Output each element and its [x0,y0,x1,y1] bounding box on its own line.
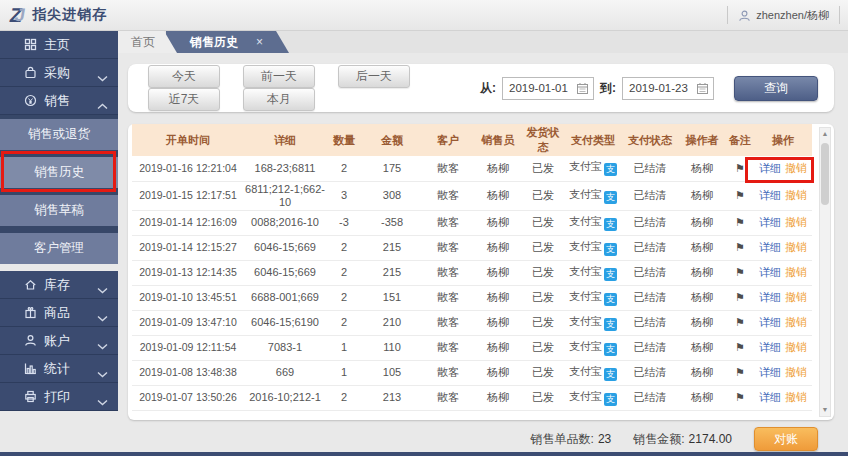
sidebar-item-home[interactable]: 主页 [0,31,118,59]
cell-qty: -3 [326,210,362,235]
revoke-link[interactable]: 撤销 [785,189,807,201]
flag-icon[interactable]: ⚑ [735,341,745,353]
from-label: 从: [480,80,496,97]
query-button[interactable]: 查询 [734,76,818,101]
detail-link[interactable]: 详细 [759,216,781,228]
cell-note: ⚑ [726,181,754,210]
table-row: 2019-01-13 12:14:356046-15;6692215散客杨柳已发… [132,260,812,285]
sidebar-submenu: 销售或退货销售历史销售草稿客户管理 [0,115,118,264]
calendar-icon[interactable] [576,82,589,95]
revoke-link[interactable]: 撤销 [785,391,807,403]
revoke-link[interactable]: 撤销 [785,241,807,253]
cell-ship: 已发 [522,156,564,181]
detail-link[interactable]: 详细 [759,241,781,253]
revoke-link[interactable]: 撤销 [785,316,807,328]
detail-link[interactable]: 详细 [759,341,781,353]
cell-time: 2019-01-09 13:47:10 [132,310,244,335]
sidebar-item-sales-history[interactable]: 销售历史 [0,157,118,188]
sidebar-item-print[interactable]: 打印 [0,383,118,411]
calendar-icon[interactable] [696,82,709,95]
quick-date-button-2[interactable]: 后一天 [338,65,410,88]
quick-date-button-0[interactable]: 今天 [148,65,220,88]
quick-date-button-3[interactable]: 近7天 [148,88,220,111]
sidebar-item-sales-draft[interactable]: 销售草稿 [0,195,118,226]
cell-paytype: 支付宝支 [564,210,622,235]
cell-paystatus: 已结清 [622,385,678,410]
sidebar-item-stats[interactable]: 统计 [0,355,118,383]
scroll-up-arrow[interactable]: ▲ [822,128,829,140]
cell-amount: 151 [362,285,422,310]
detail-link[interactable]: 详细 [759,316,781,328]
sidebar-item-purchase[interactable]: 采购 [0,59,118,87]
to-date-input[interactable]: 2019-01-23 [622,77,714,100]
sidebar-item-label: 销售 [44,92,70,110]
vertical-scrollbar[interactable]: ▲ ▼ [819,127,831,417]
cell-operator: 杨柳 [678,335,726,360]
quick-date-button-4[interactable]: 本月 [243,88,315,111]
sidebar-item-label: 打印 [44,388,70,406]
detail-link[interactable]: 详细 [759,266,781,278]
revoke-link[interactable]: 撤销 [785,216,807,228]
flag-icon[interactable]: ⚑ [735,291,745,303]
revoke-link[interactable]: 撤销 [785,341,807,353]
flag-icon[interactable]: ⚑ [735,162,745,174]
cell-ship: 已发 [522,310,564,335]
sidebar-item-label: 统计 [44,360,70,378]
cell-paytype: 支付宝支 [564,360,622,385]
detail-link[interactable]: 详细 [759,391,781,403]
cell-amount: 308 [362,181,422,210]
flag-icon[interactable]: ⚑ [735,391,745,403]
cell-time: 2019-01-14 12:15:27 [132,235,244,260]
grid-icon [24,38,37,51]
sidebar-item-account[interactable]: 账户 [0,327,118,355]
cell-sales: 杨柳 [474,260,522,285]
cell-amount: 215 [362,235,422,260]
sidebar-item-goods[interactable]: 商品 [0,299,118,327]
revoke-link[interactable]: 撤销 [785,266,807,278]
flag-icon[interactable]: ⚑ [735,216,745,228]
cell-operator: 杨柳 [678,235,726,260]
cell-customer: 散客 [422,335,474,360]
detail-link[interactable]: 详细 [759,291,781,303]
tab-close-icon[interactable]: × [256,35,263,49]
detail-link[interactable]: 详细 [759,189,781,201]
from-date-input[interactable]: 2019-01-01 [502,77,594,100]
flag-icon[interactable]: ⚑ [735,266,745,278]
alipay-icon: 支 [604,243,617,256]
bag-icon [24,66,37,79]
revoke-link[interactable]: 撤销 [785,291,807,303]
sales-history-table: 开单时间详细数量金额客户销售员发货状态支付类型支付状态操作者备注操作 2019-… [132,124,812,411]
top-bar: Z J 指尖进销存 zhenzhen/杨柳 [0,0,848,31]
scroll-down-arrow[interactable]: ▼ [822,404,829,416]
sidebar-item-sales-or-return[interactable]: 销售或退货 [0,119,118,150]
flag-icon[interactable]: ⚑ [735,189,745,201]
detail-link[interactable]: 详细 [759,162,781,174]
cell-ship: 已发 [522,360,564,385]
to-label: 到: [600,80,616,97]
user-menu[interactable]: zhenzhen/杨柳 [727,6,840,24]
flag-icon[interactable]: ⚑ [735,316,745,328]
pay-type-label: 支付宝 [569,265,602,277]
sidebar-item-customer-mgmt[interactable]: 客户管理 [0,233,118,264]
revoke-link[interactable]: 撤销 [785,162,807,174]
cell-paytype: 支付宝支 [564,285,622,310]
column-header: 详细 [244,124,326,156]
alipay-icon: 支 [604,163,617,176]
sidebar-item-sales[interactable]: 销售 [0,87,118,115]
sidebar-item-inventory[interactable]: 库存 [0,271,118,299]
tab-sales-history[interactable]: 销售历史× [166,31,289,53]
cell-action: 详细撤销 [754,335,812,360]
chevron-down-icon [97,70,108,85]
quick-date-button-1[interactable]: 前一天 [243,65,315,88]
reconcile-button[interactable]: 对账 [754,427,818,451]
revoke-link[interactable]: 撤销 [785,366,807,378]
detail-link[interactable]: 详细 [759,366,781,378]
pay-type-label: 支付宝 [569,390,602,402]
cell-paystatus: 已结清 [622,360,678,385]
cell-qty: 2 [326,156,362,181]
chart-icon [24,362,37,375]
flag-icon[interactable]: ⚑ [735,241,745,253]
flag-icon[interactable]: ⚑ [735,366,745,378]
pay-type-label: 支付宝 [569,315,602,327]
scrollbar-thumb[interactable] [821,143,829,205]
